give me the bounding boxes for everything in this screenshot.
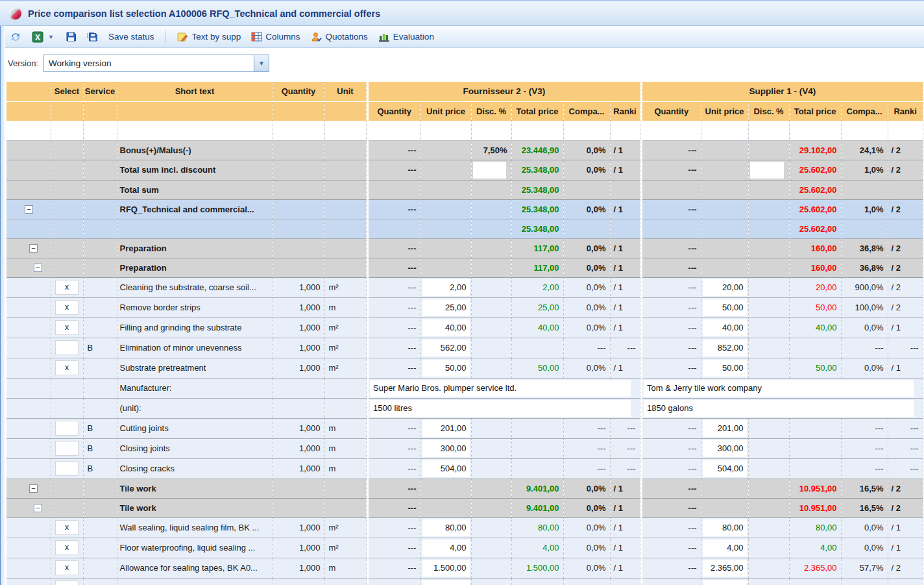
supplier-text-cell: Super Mario Bros. plumper service ltd. bbox=[369, 378, 640, 398]
total-price-cell bbox=[511, 458, 563, 479]
unit-price-input[interactable]: 1.500,00 bbox=[422, 560, 470, 577]
unit-price-input[interactable]: 504,00 bbox=[422, 460, 470, 477]
service-cell bbox=[83, 317, 117, 338]
discount-cell bbox=[471, 458, 511, 479]
select-checkbox[interactable]: x bbox=[55, 520, 79, 535]
supplier-text-input[interactable]: Super Mario Bros. plumper service ltd. bbox=[370, 380, 631, 397]
select-checkbox[interactable]: x bbox=[55, 360, 79, 375]
supplier-quantity-cell: --- bbox=[369, 140, 420, 160]
select-checkbox[interactable]: x bbox=[55, 560, 79, 575]
unit-price-input[interactable]: 40,00 bbox=[703, 319, 747, 336]
version-row: Version: Working version ▼ bbox=[0, 48, 924, 78]
collapse-button[interactable]: − bbox=[25, 205, 33, 214]
discount-input[interactable] bbox=[473, 162, 506, 179]
comparison-cell: 16,5% bbox=[841, 498, 888, 517]
unit-price-input[interactable]: 2,00 bbox=[422, 279, 470, 296]
evaluation-button[interactable]: Evaluation bbox=[375, 29, 437, 45]
select-checkbox[interactable]: x bbox=[55, 580, 79, 585]
quotations-button[interactable]: Quotations bbox=[308, 29, 371, 45]
supplier-quantity-cell: --- bbox=[642, 199, 701, 219]
excel-export-button[interactable]: X ▼ bbox=[29, 29, 58, 45]
unit-price-input[interactable]: 504,00 bbox=[703, 460, 747, 477]
save-status-label: Save status bbox=[108, 32, 154, 42]
unit-price-input[interactable]: 50,00 bbox=[703, 299, 747, 316]
collapse-button[interactable]: − bbox=[29, 484, 38, 493]
select-checkbox[interactable]: x bbox=[55, 540, 79, 555]
unit-price-cell bbox=[701, 219, 748, 238]
refresh-button[interactable] bbox=[6, 29, 25, 45]
unit-price-input[interactable]: 201,00 bbox=[703, 420, 747, 437]
supplier-quantity-cell: --- bbox=[369, 438, 420, 458]
supplier-text-input[interactable]: Tom & Jerry tile work company bbox=[644, 380, 914, 397]
discount-cell bbox=[471, 438, 511, 458]
discount-input[interactable] bbox=[750, 162, 784, 179]
ranking-cell: / 1 bbox=[610, 258, 640, 277]
version-select[interactable]: Working version ▼ bbox=[43, 55, 269, 72]
unit-price-input[interactable]: 302,00 bbox=[703, 580, 747, 585]
select-checkbox[interactable]: x bbox=[55, 320, 79, 335]
unit-price-input[interactable]: 852,00 bbox=[703, 340, 747, 356]
discount-cell bbox=[471, 238, 511, 258]
table-header: SelectServiceShort textQuantityUnitFourn… bbox=[6, 82, 923, 121]
total-price-cell: 50,00 bbox=[789, 358, 841, 378]
unit-price-input[interactable]: 562,00 bbox=[422, 340, 470, 356]
excel-dropdown-caret[interactable]: ▼ bbox=[47, 34, 55, 40]
unit-price-input[interactable]: 25,00 bbox=[422, 299, 470, 316]
discount-cell bbox=[748, 517, 789, 538]
select-checkbox[interactable] bbox=[55, 461, 79, 476]
comparison-cell: 0,0% bbox=[563, 578, 610, 585]
unit-price-input[interactable]: 4,00 bbox=[703, 540, 747, 556]
supplier-text-input[interactable]: 1500 litres bbox=[370, 400, 631, 417]
select-cell bbox=[51, 140, 83, 160]
collapse-button[interactable]: − bbox=[34, 504, 42, 512]
service-cell bbox=[83, 538, 117, 558]
quantity-cell: 1,000 bbox=[273, 558, 324, 578]
unit-price-input[interactable]: 80,00 bbox=[703, 519, 747, 536]
select-checkbox[interactable] bbox=[55, 340, 79, 355]
columns-button[interactable]: Columns bbox=[248, 29, 303, 44]
comparison-cell: 0,0% bbox=[563, 538, 610, 558]
col-header-blank bbox=[117, 101, 273, 121]
ranking-cell bbox=[888, 180, 923, 199]
select-checkbox[interactable]: x bbox=[55, 280, 79, 295]
unit-price-input[interactable]: 80,00 bbox=[422, 519, 470, 536]
unit-price-input[interactable]: 300,00 bbox=[703, 440, 747, 457]
service-cell bbox=[83, 121, 117, 140]
unit-price-input[interactable]: 50,00 bbox=[422, 360, 470, 377]
unit-price-input[interactable]: 2.365,00 bbox=[703, 560, 747, 577]
select-checkbox[interactable]: x bbox=[55, 300, 79, 315]
select-checkbox[interactable] bbox=[55, 441, 79, 456]
collapse-button[interactable]: − bbox=[34, 264, 42, 272]
discount-cell bbox=[748, 219, 789, 238]
unit-price-input[interactable]: 20,00 bbox=[703, 279, 747, 296]
quantity-cell bbox=[273, 199, 324, 219]
unit-price-input[interactable]: 4,00 bbox=[422, 540, 470, 556]
columns-label: Columns bbox=[265, 32, 300, 42]
supplier-text-input[interactable]: 1850 galons bbox=[644, 400, 914, 417]
text-by-supplier-button[interactable]: Text by supp bbox=[173, 29, 244, 45]
quotations-person-icon bbox=[311, 31, 322, 43]
select-cell: x bbox=[51, 517, 83, 538]
unit-price-input[interactable]: 302,00 bbox=[422, 580, 470, 585]
comparison-cell: 0,0% bbox=[841, 317, 888, 338]
table-row: BClosing cracks1,000m---504,00---------5… bbox=[6, 458, 923, 479]
table-row: −Tile work---9.401,000,0%/ 1---10.951,00… bbox=[6, 498, 923, 517]
select-checkbox[interactable] bbox=[55, 421, 79, 436]
service-cell bbox=[83, 199, 117, 219]
total-price-cell: 117,00 bbox=[511, 258, 563, 277]
version-dropdown-button[interactable]: ▼ bbox=[254, 55, 269, 71]
unit-price-input[interactable]: 300,00 bbox=[422, 440, 470, 457]
quantity-cell: 1,000 bbox=[273, 418, 324, 438]
save-status-button[interactable]: Save status bbox=[105, 30, 158, 44]
unit-price-input[interactable]: 201,00 bbox=[422, 420, 470, 437]
unit-price-input[interactable]: 40,00 bbox=[422, 319, 470, 336]
save-all-button[interactable] bbox=[84, 29, 101, 44]
unit-cell bbox=[324, 238, 366, 258]
unit-price-cell bbox=[420, 180, 471, 199]
collapse-button[interactable]: − bbox=[29, 244, 38, 253]
save-button[interactable] bbox=[62, 29, 80, 44]
unit-price-input[interactable]: 50,00 bbox=[703, 360, 747, 377]
discount-cell bbox=[748, 558, 789, 578]
quantity-cell: 1,000 bbox=[273, 338, 324, 358]
total-price-cell: 40,00 bbox=[789, 317, 841, 338]
